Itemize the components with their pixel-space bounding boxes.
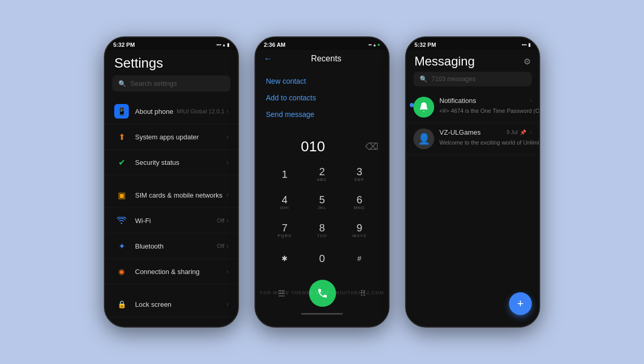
- settings-item-display[interactable]: ☀ Display ›: [105, 317, 238, 323]
- call-button[interactable]: [309, 280, 336, 307]
- system-apps-text: System apps updater: [135, 133, 226, 141]
- key-2[interactable]: 2ABC: [306, 162, 338, 186]
- settings-item-connection[interactable]: ◉ Connection & sharing ›: [105, 259, 238, 284]
- dialer-header: ← Recents: [256, 50, 388, 68]
- connection-label: Connection & sharing: [135, 268, 226, 276]
- connection-text: Connection & sharing: [135, 268, 226, 276]
- notifications-chevron: ›: [530, 98, 532, 103]
- settings-item-sim[interactable]: ▣ SIM cards & mobile networks ›: [105, 183, 238, 208]
- keypad-row-2: 4GHI 5JKL 6MNO: [266, 190, 378, 214]
- wifi-icon: [114, 213, 129, 228]
- settings-search-bar[interactable]: 🔍 Search settings: [112, 75, 231, 92]
- key-star[interactable]: ✱: [269, 246, 300, 270]
- keypad-row-3: 7PQRS 8TUV 9WXYZ: [266, 218, 378, 242]
- phone-settings: 5:32 PM ▪▪▪ ▴ ▮ Settings 🔍 Search settin…: [104, 36, 239, 328]
- settings-item-security[interactable]: ✔ Security status ›: [105, 150, 238, 175]
- status-icons-2: ▪▪ ▴ ●: [368, 42, 380, 47]
- vzulgames-chevron: ›: [530, 129, 532, 135]
- key-7[interactable]: 7PQRS: [269, 218, 300, 242]
- pin-icon: 📌: [520, 129, 526, 135]
- notifications-row: Notifications ›: [439, 97, 532, 105]
- search-icon: 🔍: [118, 80, 126, 87]
- keypad-row-1: 1 2ABC 3DEF: [266, 162, 378, 186]
- key-5[interactable]: 5JKL: [306, 190, 338, 214]
- messaging-search-bar[interactable]: 🔍 7103 messages: [413, 72, 532, 86]
- bluetooth-value: Off: [217, 243, 224, 249]
- wifi-text: Wi-Fi: [135, 217, 217, 225]
- vzulgames-avatar: 👤: [413, 128, 434, 149]
- back-button[interactable]: ←: [264, 54, 272, 63]
- key-4[interactable]: 4GHI: [269, 190, 300, 214]
- chevron-bluetooth: ›: [226, 242, 229, 250]
- vzulgames-preview: Welcome to the exciting world of Unlimit…: [439, 139, 540, 146]
- menu-icon[interactable]: ☰: [278, 289, 285, 298]
- recent-options: New contact Add to contacts Send message: [256, 68, 388, 128]
- messaging-title: Messaging: [414, 54, 524, 69]
- key-9[interactable]: 9WXYZ: [344, 218, 375, 242]
- dialer-bottom: ☰ ⠿: [256, 277, 388, 309]
- settings-item-bluetooth[interactable]: ✦ Bluetooth Off ›: [105, 233, 238, 259]
- sim-icon: ▣: [114, 188, 129, 202]
- vzulgames-sender: VZ-ULGames: [439, 128, 480, 136]
- status-time-2: 2:36 AM: [264, 42, 286, 48]
- about-phone-icon: 📱: [114, 104, 129, 119]
- vzulgames-content: VZ-ULGames 9 Jul 📌 › Welcome to the exci…: [439, 128, 532, 147]
- msg-search-icon: 🔍: [420, 75, 427, 83]
- signal-icon: ▪▪▪: [216, 42, 221, 47]
- chevron-system-apps: ›: [226, 133, 229, 140]
- message-item-vzulgames[interactable]: 👤 VZ-ULGames 9 Jul 📌 › Welcome to the ex…: [406, 123, 539, 155]
- notifications-sender: Notifications: [439, 97, 476, 105]
- status-time-3: 5:32 PM: [414, 42, 436, 48]
- new-contact-option[interactable]: New contact: [266, 73, 378, 89]
- wifi-status-icon-2: ▴: [373, 42, 376, 47]
- message-item-notifications[interactable]: Notifications › <#> 4674 is the One Time…: [406, 92, 539, 123]
- keypad: 1 2ABC 3DEF 4GHI 5JKL 6MNO 7PQRS 8TUV 9W…: [256, 160, 388, 277]
- unread-dot: [410, 103, 414, 107]
- settings-item-about-phone[interactable]: 📱 About phone MIUI Global 12.0.1 ›: [105, 99, 238, 124]
- about-phone-value: MIUI Global 12.0.1: [177, 108, 224, 114]
- dialpad-icon[interactable]: ⠿: [360, 289, 366, 298]
- add-to-contacts-option[interactable]: Add to contacts: [266, 89, 378, 106]
- messaging-screen: Messaging ⚙ 🔍 7103 messages: [406, 50, 539, 323]
- messaging-header: Messaging ⚙: [406, 50, 539, 72]
- key-hash[interactable]: #: [344, 246, 375, 270]
- lock-text: Lock screen: [135, 301, 226, 308]
- status-icons-1: ▪▪▪ ▴ ▮: [216, 42, 230, 47]
- bluetooth-text: Bluetooth: [135, 242, 217, 250]
- notifications-avatar: [413, 97, 434, 118]
- key-3[interactable]: 3DEF: [344, 162, 375, 186]
- signal-icon-2: ▪▪: [368, 42, 371, 47]
- status-time-1: 5:32 PM: [113, 42, 135, 48]
- settings-item-lock[interactable]: 🔒 Lock screen ›: [105, 292, 238, 317]
- settings-item-wifi[interactable]: Wi-Fi Off ›: [105, 208, 238, 233]
- connection-icon: ◉: [114, 264, 129, 279]
- compose-button[interactable]: +: [509, 292, 532, 315]
- settings-item-system-apps[interactable]: ⬆ System apps updater ›: [105, 124, 238, 150]
- about-phone-text: About phone: [135, 108, 177, 115]
- key-1[interactable]: 1: [269, 162, 300, 186]
- status-bar-3: 5:32 PM ▪▪▪ ▮: [406, 37, 539, 50]
- bluetooth-icon: ✦: [114, 239, 129, 253]
- system-apps-icon: ⬆: [114, 129, 129, 144]
- dialer-number-display: 010 ⌫: [256, 128, 388, 160]
- security-text: Security status: [135, 159, 226, 166]
- settings-screen: Settings 🔍 Search settings 📱 About phone…: [105, 50, 238, 323]
- chevron-connection: ›: [226, 268, 229, 275]
- key-6[interactable]: 6MNO: [344, 190, 375, 214]
- wifi-status-icon: ▴: [223, 42, 225, 47]
- chevron-security: ›: [226, 159, 229, 166]
- send-message-option[interactable]: Send message: [266, 106, 378, 123]
- battery-icon: ▮: [227, 42, 230, 47]
- chevron-sim: ›: [226, 191, 229, 199]
- phone-dialer: 2:36 AM ▪▪ ▴ ● ← Recents New contact Add…: [254, 36, 390, 328]
- security-label: Security status: [135, 159, 226, 166]
- backspace-button[interactable]: ⌫: [365, 141, 378, 152]
- keypad-row-4: ✱ 0 #: [266, 246, 378, 270]
- settings-gear-icon[interactable]: ⚙: [524, 57, 531, 67]
- key-0[interactable]: 0: [306, 246, 338, 270]
- lock-label: Lock screen: [135, 301, 226, 308]
- key-8[interactable]: 8TUV: [306, 218, 338, 242]
- bluetooth-label: Bluetooth: [135, 242, 217, 250]
- lock-icon: 🔒: [114, 297, 129, 311]
- chevron-about-phone: ›: [226, 108, 229, 115]
